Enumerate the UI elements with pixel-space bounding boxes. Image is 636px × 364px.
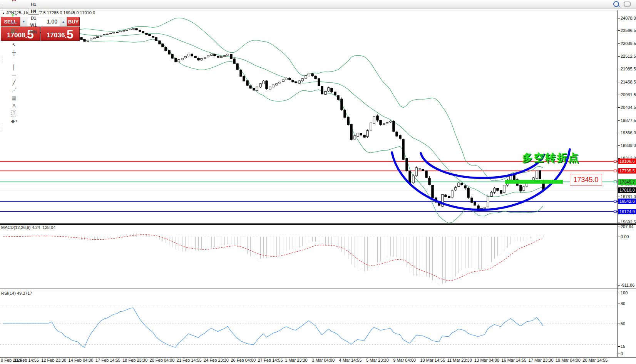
price-tick-label: 23039.5: [621, 41, 636, 46]
price-tick-label: 22512.5: [621, 54, 636, 58]
volume-up-button[interactable]: ▲: [60, 17, 67, 26]
chat-icon[interactable]: [624, 2, 631, 7]
time-axis-label: 11 Feb 14:55: [14, 358, 39, 362]
time-axis-label: 12 Feb 23:30: [41, 358, 66, 362]
price-tick-label: 23566.5: [621, 28, 636, 33]
time-axis-label: 24 Feb 23:30: [204, 358, 229, 362]
time-axis-label: 1 Mar 23:30: [285, 358, 308, 362]
time-axis-label: 27 Feb 14:55: [258, 358, 283, 362]
trendline-tool[interactable]: ╱: [1, 79, 27, 87]
time-axis-label: 5 Mar 23:30: [366, 358, 389, 362]
buy-button[interactable]: BUY: [67, 17, 80, 26]
price-tick-label: 19366.0: [621, 130, 636, 135]
dropdown-arrow-icon: ▾: [16, 21, 17, 24]
macd-indicator-label: MACD(12,26,9) 4.24 -128.04: [1, 225, 55, 230]
timeframe-button-mn[interactable]: MN: [28, 28, 39, 35]
grid-tool[interactable]: ▦: [1, 94, 27, 102]
rsi-line: [3, 308, 543, 347]
time-axis-label: 17 Mar 23:30: [529, 358, 554, 362]
indicator-axis-label: 207.94: [621, 224, 634, 229]
time-axis-label: 14 Feb 04:00: [69, 358, 94, 362]
time-axis-label: 3 Mar 04:00: [312, 358, 335, 362]
fibonacci-tool[interactable]: ⋰: [1, 87, 27, 94]
dropdown-arrow-icon: ▾: [16, 28, 18, 32]
price-tick-label: 18839.0: [621, 143, 636, 148]
bollinger-band: [3, 18, 543, 180]
price-level-badge: 17795.5: [618, 168, 636, 174]
dropdown-arrow-icon: ▾: [15, 119, 17, 123]
horizontal-level-lines[interactable]: [0, 160, 618, 212]
candlesticks: [2, 28, 544, 211]
time-axis-label: 20 Feb 04:00: [150, 358, 175, 362]
bollinger-band: [3, 32, 543, 197]
vline-tool[interactable]: │: [1, 63, 27, 71]
price-level-badge: 18186.6: [618, 159, 636, 164]
indicator-axis-label: 0.00: [621, 234, 629, 239]
toolbar-separator: [2, 34, 2, 41]
price-tick-label: 19877.5: [621, 118, 636, 123]
bollinger-band: [3, 33, 543, 223]
price-level-badge: 17010.0: [618, 187, 636, 193]
price-tick-label: 20404.5: [621, 105, 636, 110]
buy-price-display[interactable]: 17036.5: [40, 27, 80, 41]
chart-canvas[interactable]: [0, 0, 636, 364]
period-button[interactable]: ◷▾: [1, 19, 27, 27]
indicator-axis-label: 80: [621, 301, 625, 306]
time-axis-label: 13 Mar 04:00: [474, 358, 499, 362]
time-axis-label: 18 Feb 23:30: [122, 358, 147, 362]
rsi-indicator-label: RSI(14) 49.3717: [1, 291, 32, 296]
timeframe-button-h1[interactable]: H1: [28, 1, 39, 8]
time-axis-label: 21 Feb 14:55: [177, 358, 202, 362]
time-axis-label: 9 Mar 04:00: [393, 358, 416, 362]
indicator-axis-label: -911.86: [621, 283, 635, 287]
time-axis-label: 11 Mar 23:30: [447, 358, 472, 362]
template-button[interactable]: ▤▾: [1, 27, 27, 34]
time-axis-label: 26 Feb 04:00: [231, 358, 256, 362]
price-level-badge: 17345.7: [618, 179, 636, 185]
price-tick-label: 20931.5: [621, 92, 636, 97]
green-level-bar[interactable]: [505, 180, 563, 184]
price-annotation-box[interactable]: 17345.0: [570, 174, 602, 185]
hline-tool[interactable]: ─: [1, 71, 27, 79]
indicator-axis-label: 100: [621, 291, 628, 295]
toolbar-separator: [2, 57, 2, 63]
time-axis-label: 17 Feb 14:55: [95, 358, 121, 362]
indicator-axis-label: 15: [621, 344, 625, 349]
toolbar-separator: [2, 125, 2, 132]
cursor-tool[interactable]: ↖: [1, 41, 27, 49]
timeframe-button-d1[interactable]: D1: [28, 15, 39, 22]
turning-point-annotation[interactable]: 多空转折点: [522, 151, 580, 165]
time-axis-label: 4 Mar 14:55: [339, 358, 362, 362]
time-axis-label: 19 Mar 04:00: [556, 358, 581, 362]
add-indicator-button[interactable]: +▾: [1, 11, 27, 19]
macd-histogram: [3, 233, 544, 285]
time-axis-label: 16 Mar 14:55: [501, 358, 526, 362]
price-level-badge: 16542.6: [618, 199, 636, 204]
price-tick-label: 24078.0: [621, 16, 636, 20]
mt4-window: { "toolbar": { "new_order_label": "新订单",…: [0, 0, 636, 364]
toolbar-separator: [2, 4, 2, 11]
price-tick-label: 21985.5: [621, 67, 636, 71]
indicator-axis-label: 50: [621, 321, 625, 326]
price-level-badge: 16124.9: [618, 209, 636, 214]
indicator-axis-label: 0: [621, 351, 623, 356]
price-tick-label: 21458.5: [621, 80, 636, 84]
price-tick-label: 15692.5: [621, 220, 636, 224]
timeframe-button-h4[interactable]: H4: [28, 8, 39, 15]
dropdown-arrow-icon: ▾: [15, 13, 17, 17]
main-toolbar: ▤新订单▤▥◉●自动交易╫◫∿⊕⊖▦⇥↦+▾◷▾▤▾↖┼│─╱⋰▦AT◆▾ M1…: [0, 0, 636, 8]
shapes-tool[interactable]: ◆▾: [1, 117, 27, 125]
time-axis-label: 10 Mar 14:55: [420, 358, 445, 362]
text-tool[interactable]: A: [1, 102, 27, 110]
search-icon[interactable]: [613, 1, 619, 7]
timeframe-button-w1[interactable]: W1: [28, 22, 39, 28]
buy-price-big-digit: 5: [67, 28, 74, 40]
buy-price-main: 17036: [47, 31, 65, 40]
crosshair-tool[interactable]: ┼: [1, 49, 27, 57]
text-label-tool[interactable]: T: [1, 110, 27, 117]
auto-scroll-button[interactable]: ↦: [1, 0, 27, 4]
time-axis-label: 20 Mar 14:55: [582, 358, 608, 362]
